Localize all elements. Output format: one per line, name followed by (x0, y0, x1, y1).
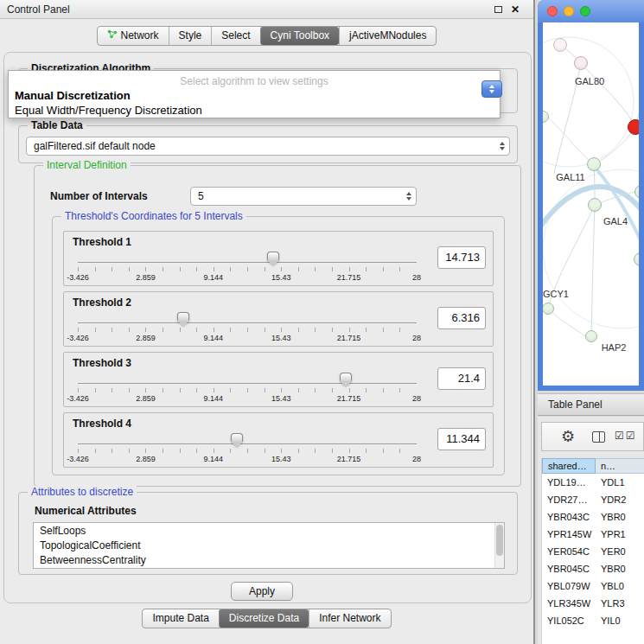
slider-track[interactable] (78, 443, 417, 445)
tab-jactivemnodules[interactable]: jActiveMNodules (339, 27, 436, 45)
table-cell[interactable]: YBR0 (596, 560, 644, 577)
scale-label: 21.715 (337, 273, 361, 282)
list-scrollbar[interactable] (494, 523, 504, 568)
apply-button[interactable]: Apply (231, 582, 293, 601)
threshold-4-value-field[interactable]: 11.344 (437, 428, 486, 450)
threshold-label: Threshold 1 (73, 236, 131, 248)
threshold-1-panel: Threshold 1 -3.426 2.859 9.144 15.43 21.… (63, 231, 494, 286)
threshold-3-value-field[interactable]: 21.4 (437, 367, 486, 390)
slider-track[interactable] (78, 262, 417, 264)
algorithm-combo-stepper[interactable] (481, 80, 502, 98)
network-node[interactable] (553, 38, 567, 52)
bottom-tab-bar: Impute Data Discretize Data Infer Networ… (0, 609, 533, 628)
table-cell[interactable]: YIL052C (542, 612, 596, 629)
tab-style[interactable]: Style (169, 27, 212, 45)
table-row[interactable]: YBL079WYBL0 (542, 577, 644, 595)
table-cell[interactable]: YDR27… (542, 491, 596, 508)
network-canvas[interactable]: GAL80 GAL11 GAL4 GCY1 HAP2 (543, 22, 639, 386)
control-panel-titlebar: Control Panel ✕ (0, 0, 533, 19)
table-cell[interactable]: YBR0 (596, 508, 644, 526)
table-cell[interactable]: YER054C (542, 543, 596, 560)
table-cell[interactable]: YPR145W (542, 526, 596, 543)
tab-select[interactable]: Select (211, 27, 259, 45)
threshold-2-value-field[interactable]: 6.316 (437, 307, 486, 329)
group-title: Interval Definition (43, 159, 131, 171)
node-selected-red[interactable] (628, 119, 639, 135)
table-panel-title: Table Panel (548, 399, 603, 411)
table-row[interactable]: YIL052CYIL0 (542, 612, 644, 629)
table-row[interactable]: YDR27…YDR2 (542, 491, 644, 508)
list-item[interactable]: SelfLoops (34, 523, 504, 538)
tab-label: Select (221, 29, 250, 41)
table-cell[interactable]: YLR3 (596, 595, 644, 612)
scale-label: 21.715 (337, 394, 361, 403)
slider-thumb[interactable] (267, 252, 279, 260)
select-all-checkbox-icons[interactable]: ☑☑ (615, 430, 635, 442)
down-arrow-icon (489, 90, 494, 93)
tab-cyni-toolbox[interactable]: Cyni Toolbox (260, 27, 339, 45)
table-cell[interactable]: YER0 (596, 543, 644, 560)
threshold-1-slider[interactable]: -3.426 2.859 9.144 15.43 21.715 28 (78, 251, 417, 284)
threshold-3-slider[interactable]: -3.426 2.859 9.144 15.43 21.715 28 (78, 372, 417, 405)
table-cell[interactable]: YPR1 (596, 526, 644, 543)
zoom-traffic-light[interactable] (580, 6, 590, 16)
column-header-name[interactable]: n… (596, 458, 644, 474)
number-of-intervals-select[interactable]: 5 (190, 187, 417, 206)
scrollbar-thumb[interactable] (496, 525, 503, 556)
table-cell[interactable]: YBR045C (542, 560, 596, 577)
scale-label: 9.144 (204, 334, 224, 342)
close-traffic-light[interactable] (547, 6, 558, 16)
table-row[interactable]: YLR345WYLR3 (542, 595, 644, 612)
slider-thumb[interactable] (231, 433, 243, 442)
node-label-gal80: GAL80 (565, 76, 614, 86)
tab-discretize-data[interactable]: Discretize Data (219, 609, 309, 628)
float-window-icon[interactable] (494, 6, 502, 13)
table-row[interactable]: YBR043CYBR0 (542, 508, 644, 526)
table-data-select[interactable]: galFiltered.sif default node (26, 137, 510, 156)
list-item[interactable]: TopologicalCoefficient (34, 538, 504, 552)
columns-icon[interactable] (592, 431, 605, 443)
minimize-traffic-light[interactable] (564, 6, 574, 16)
table-row[interactable]: YDL19…YDL1 (542, 474, 644, 491)
node-hap2[interactable] (585, 330, 597, 342)
threshold-4-slider[interactable]: -3.426 2.859 9.144 15.43 21.715 28 (78, 432, 417, 465)
table-cell[interactable]: YDR2 (596, 491, 644, 508)
scale-label: 15.43 (271, 394, 291, 403)
node-gal11[interactable] (587, 157, 601, 171)
threshold-3-panel: Threshold 3 -3.426 2.859 9.144 15.43 21.… (63, 352, 494, 407)
scale-label: -3.426 (67, 455, 89, 463)
dropdown-option-equal-width-frequency[interactable]: Equal Width/Frequency Discretization (9, 102, 500, 117)
column-header-shared-name[interactable]: shared… (542, 458, 596, 474)
table-cell[interactable]: YBR043C (542, 508, 596, 526)
threshold-1-value-field[interactable]: 14.713 (437, 246, 486, 269)
table-cell[interactable]: YLR345W (542, 595, 596, 612)
numerical-attributes-list[interactable]: SelfLoops TopologicalCoefficient Between… (33, 522, 505, 569)
list-item[interactable]: BetweennessCentrality (34, 552, 504, 567)
table-row[interactable]: YBR045CYBR0 (542, 560, 644, 577)
checkbox-icon: ☑ (626, 430, 635, 442)
table-cell[interactable]: YBL0 (596, 577, 644, 595)
scale-label: 9.144 (204, 273, 224, 282)
scale-label: 28 (412, 334, 421, 342)
slider-track[interactable] (78, 322, 417, 324)
slider-ticks (78, 267, 417, 271)
slider-thumb[interactable] (177, 312, 189, 321)
node-gal80[interactable] (574, 56, 588, 70)
slider-thumb[interactable] (340, 373, 352, 381)
tab-infer-network[interactable]: Infer Network (309, 609, 390, 628)
table-cell[interactable]: YDL1 (596, 474, 644, 491)
table-row[interactable]: YER054CYER0 (542, 543, 644, 560)
table-cell[interactable]: YDL19… (542, 474, 596, 491)
slider-track[interactable] (78, 383, 417, 385)
tab-network[interactable]: Network (98, 27, 169, 45)
tab-impute-data[interactable]: Impute Data (143, 609, 218, 628)
node-gal4[interactable] (588, 198, 602, 212)
close-icon[interactable]: ✕ (511, 5, 520, 14)
dropdown-option-manual-discretization[interactable]: Manual Discretization (9, 87, 500, 102)
threshold-2-slider[interactable]: -3.426 2.859 9.144 15.43 21.715 28 (78, 311, 417, 344)
table-row[interactable]: YPR145WYPR1 (542, 526, 644, 543)
table-cell[interactable]: YBL079W (542, 577, 596, 595)
node-label-gal4: GAL4 (596, 216, 634, 226)
table-cell[interactable]: YIL0 (596, 612, 644, 629)
gear-icon[interactable]: ⚙ (561, 427, 575, 446)
